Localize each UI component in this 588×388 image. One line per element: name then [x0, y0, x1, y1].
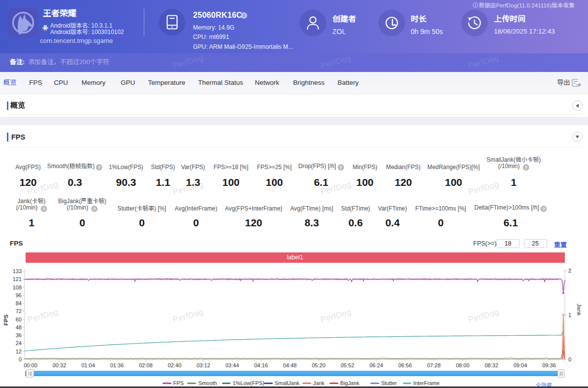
svg-text:05:52: 05:52 — [341, 362, 355, 368]
svg-text:08:32: 08:32 — [485, 362, 498, 368]
svg-text:72: 72 — [16, 308, 22, 314]
svg-text:05:20: 05:20 — [312, 362, 326, 368]
svg-text:09:04: 09:04 — [514, 362, 527, 368]
svg-text:01:36: 01:36 — [110, 362, 124, 368]
svg-text:2: 2 — [568, 268, 571, 274]
svg-text:84: 84 — [16, 300, 22, 306]
svg-text:01:04: 01:04 — [81, 362, 95, 368]
svg-text:09:36: 09:36 — [542, 362, 556, 368]
svg-text:24: 24 — [16, 340, 22, 346]
svg-text:96: 96 — [16, 292, 22, 298]
svg-text:FPS: FPS — [3, 314, 9, 325]
svg-text:60: 60 — [16, 317, 22, 322]
svg-text:08:00: 08:00 — [456, 362, 470, 368]
svg-text:00:32: 00:32 — [53, 362, 66, 368]
svg-text:12: 12 — [16, 349, 22, 354]
svg-text:108: 108 — [13, 284, 22, 290]
svg-text:36: 36 — [16, 332, 22, 338]
svg-text:Jank: Jank — [576, 304, 582, 316]
svg-text:48: 48 — [16, 324, 22, 330]
svg-text:0: 0 — [568, 356, 571, 362]
svg-text:03:12: 03:12 — [196, 362, 210, 368]
svg-text:00:00: 00:00 — [24, 362, 37, 368]
svg-text:02:40: 02:40 — [168, 362, 182, 368]
svg-text:121: 121 — [13, 276, 22, 282]
svg-text:06:56: 06:56 — [398, 362, 412, 368]
svg-text:1: 1 — [568, 312, 571, 318]
svg-text:133: 133 — [13, 268, 22, 274]
svg-text:03:44: 03:44 — [226, 362, 239, 368]
svg-text:0: 0 — [19, 356, 22, 362]
svg-text:07:28: 07:28 — [427, 362, 441, 368]
svg-text:04:16: 04:16 — [254, 362, 268, 368]
svg-text:04:48: 04:48 — [283, 362, 297, 368]
svg-text:06:24: 06:24 — [369, 362, 383, 368]
svg-text:02:08: 02:08 — [139, 362, 153, 368]
